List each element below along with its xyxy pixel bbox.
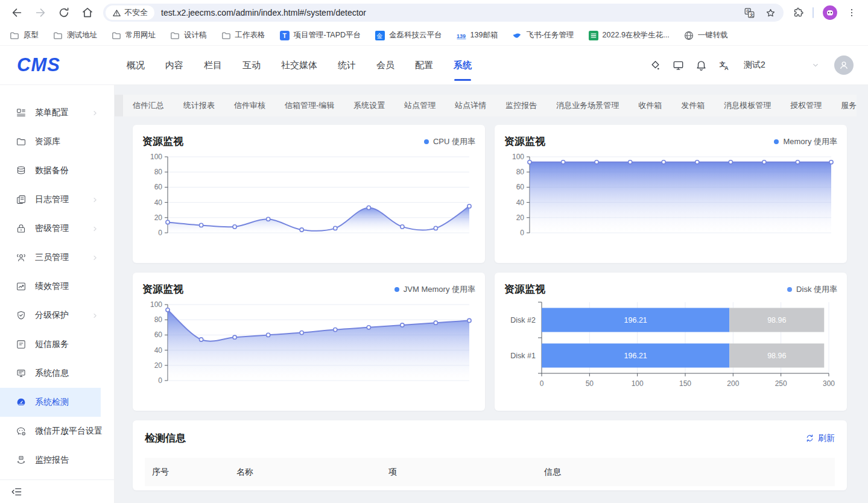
- bookmark-star-icon[interactable]: [765, 7, 776, 19]
- bookmark-item[interactable]: 2022.9在校学生花...: [589, 30, 670, 40]
- legend-dot-icon: [774, 139, 779, 144]
- nav-item-系统[interactable]: 系统: [454, 46, 472, 85]
- bookmarks-bar: 原型 测试地址 常用网址 设计稿 工作表格 T 项目管理-TAPD平台 金 金磊…: [0, 25, 868, 46]
- nav-item-内容[interactable]: 内容: [165, 46, 183, 85]
- tab-授权管理[interactable]: 授权管理: [781, 95, 831, 116]
- chart-legend[interactable]: CPU 使用率: [424, 136, 475, 147]
- tab-收件箱[interactable]: 收件箱: [629, 95, 671, 116]
- partial-tab[interactable]: [115, 95, 123, 116]
- sidebar-item-系统信息[interactable]: 系统信息: [0, 359, 114, 388]
- folder-icon: [53, 31, 63, 40]
- nav-item-互动[interactable]: 互动: [242, 46, 261, 85]
- translate-page-icon[interactable]: G文: [744, 7, 755, 19]
- tab-消息模板管理[interactable]: 消息模板管理: [714, 95, 781, 116]
- bookmark-item[interactable]: 工作表格: [221, 30, 265, 40]
- resource-monitor-card: 资源监视 JVM Memory 使用率 020406080100: [133, 273, 485, 411]
- nav-item-配置[interactable]: 配置: [415, 46, 433, 85]
- sidebar-item-绩效管理[interactable]: 绩效管理: [0, 272, 114, 301]
- browser-back-button[interactable]: [10, 6, 24, 19]
- extensions-icon[interactable]: [792, 7, 804, 19]
- bookmark-item[interactable]: 飞书-任务管理: [512, 30, 574, 40]
- svg-text:100: 100: [150, 153, 162, 161]
- tab-监控报告[interactable]: 监控报告: [496, 95, 546, 116]
- refresh-label: 刷新: [818, 433, 835, 444]
- bookmark-label: 工作表格: [235, 30, 265, 40]
- nav-item-栏目[interactable]: 栏目: [204, 46, 222, 85]
- tab-统计报表[interactable]: 统计报表: [174, 95, 224, 116]
- sidebar-item-日志管理[interactable]: 日志管理: [0, 185, 114, 214]
- bookmark-item[interactable]: 一键转载: [684, 30, 728, 40]
- tab-发件箱[interactable]: 发件箱: [671, 95, 714, 116]
- sheet-icon: [589, 31, 598, 40]
- svg-text:20: 20: [516, 214, 525, 222]
- bookmark-item[interactable]: T 项目管理-TAPD平台: [280, 30, 361, 40]
- bookmark-item[interactable]: 139 139邮箱: [457, 30, 498, 40]
- tab-站点管理[interactable]: 站点管理: [394, 95, 445, 116]
- browser-home-button[interactable]: [81, 6, 94, 19]
- sidebar-item-微信开放平台设置[interactable]: 微信开放平台设置: [0, 417, 114, 446]
- svg-text:40: 40: [154, 346, 163, 355]
- svg-text:60: 60: [154, 183, 163, 191]
- nav-item-社交媒体[interactable]: 社交媒体: [281, 46, 317, 85]
- chart-legend[interactable]: JVM Memory 使用率: [394, 284, 475, 295]
- sidebar-item-label: 资源库: [35, 136, 60, 147]
- svg-text:80: 80: [154, 168, 163, 176]
- sidebar-item-系统检测[interactable]: 系统检测: [0, 388, 101, 417]
- sidebar-item-label: 密级管理: [35, 223, 69, 234]
- svg-text:139: 139: [457, 33, 466, 39]
- nav-item-统计[interactable]: 统计: [338, 46, 356, 85]
- tab-消息业务场景管理[interactable]: 消息业务场景管理: [546, 95, 629, 116]
- chart-legend[interactable]: Disk 使用率: [787, 284, 837, 295]
- sidebar-collapse-icon[interactable]: [11, 486, 22, 498]
- user-avatar[interactable]: [834, 55, 854, 75]
- menu-config-icon: [16, 107, 27, 118]
- sidebar-item-菜单配置[interactable]: 菜单配置: [0, 98, 114, 127]
- sidebar-item-短信服务[interactable]: 短信服务: [0, 330, 114, 359]
- browser-forward-button[interactable]: [34, 6, 47, 19]
- tab-服务市场[interactable]: 服务市场: [831, 95, 857, 116]
- bookmark-item[interactable]: 常用网址: [112, 30, 156, 40]
- clear-cache-icon[interactable]: [649, 59, 662, 72]
- browser-profile-avatar[interactable]: [822, 5, 838, 21]
- chart-legend[interactable]: Memory 使用率: [774, 136, 837, 147]
- sidebar-item-数据备份[interactable]: 数据备份: [0, 156, 114, 185]
- bookmark-item[interactable]: 测试地址: [53, 30, 97, 40]
- sidebar-item-label: 分级保护: [35, 310, 69, 321]
- bookmark-item[interactable]: 金 金磊科技云平台: [375, 30, 442, 40]
- chevron-right-icon: [92, 226, 98, 232]
- refresh-button[interactable]: 刷新: [805, 433, 835, 444]
- nav-item-会员[interactable]: 会员: [376, 46, 394, 85]
- bookmark-item[interactable]: 原型: [10, 30, 39, 40]
- tab-信箱管理-编辑[interactable]: 信箱管理-编辑: [275, 95, 344, 116]
- site-selector[interactable]: 测试2: [744, 60, 820, 71]
- svg-text:60: 60: [516, 183, 525, 191]
- bookmark-item[interactable]: 设计稿: [170, 30, 207, 40]
- sidebar-item-分级保护[interactable]: 分级保护: [0, 301, 114, 330]
- 139-icon: 139: [457, 31, 466, 40]
- tab-label: 授权管理: [790, 100, 822, 111]
- tab-信件汇总[interactable]: 信件汇总: [123, 95, 174, 116]
- notifications-bell-icon[interactable]: [695, 59, 708, 72]
- security-badge[interactable]: 不安全: [106, 5, 154, 20]
- tab-label: 服务市场: [841, 100, 857, 111]
- svg-text:100: 100: [632, 379, 644, 388]
- language-switch-icon[interactable]: 文A: [718, 59, 730, 72]
- nav-item-概况[interactable]: 概况: [127, 46, 145, 85]
- sidebar-item-三员管理[interactable]: 三员管理: [0, 243, 114, 272]
- sidebar-item-资源库[interactable]: 资源库: [0, 127, 114, 156]
- sidebar-item-监控报告[interactable]: 监控报告: [0, 446, 114, 475]
- preview-monitor-icon[interactable]: [672, 59, 685, 72]
- cms-logo[interactable]: CMS: [17, 54, 84, 76]
- browser-menu-icon[interactable]: [846, 7, 857, 18]
- tab-信件审核[interactable]: 信件审核: [224, 95, 275, 116]
- sidebar-item-密级管理[interactable]: 密级管理: [0, 214, 114, 243]
- browser-reload-button[interactable]: [57, 6, 71, 19]
- tab-站点详情[interactable]: 站点详情: [445, 95, 496, 116]
- tab-系统设置[interactable]: 系统设置: [344, 95, 394, 116]
- svg-text:金: 金: [376, 33, 383, 39]
- bookmark-label: 一键转载: [698, 30, 728, 40]
- address-bar[interactable]: 不安全 test.x2.jeecms.com/admin/index.html#…: [103, 4, 784, 22]
- svg-text:80: 80: [154, 315, 163, 324]
- chart-card-title: 资源监视: [504, 134, 545, 148]
- svg-text:T: T: [282, 32, 287, 39]
